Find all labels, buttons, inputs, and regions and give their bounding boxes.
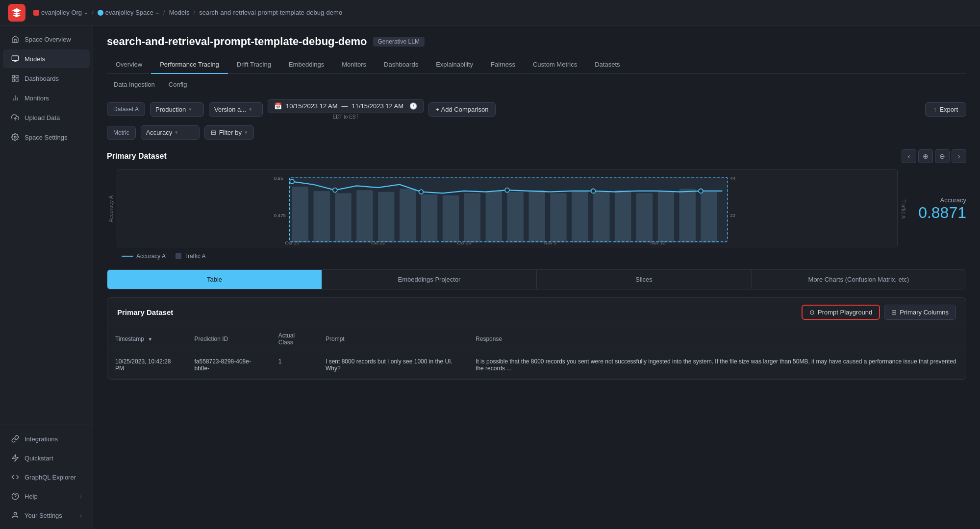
filter-chevron-icon: ▾ [245,129,248,136]
tab-dashboards[interactable]: Dashboards [375,56,427,74]
sidebar-item-label: Space Overview [25,36,71,43]
sidebar-item-help[interactable]: Help › [3,487,90,505]
tab-explainability[interactable]: Explainability [427,56,482,74]
table-tab-table[interactable]: Table [107,270,322,289]
tab-fairness[interactable]: Fairness [482,56,524,74]
sidebar-item-label: Monitors [25,95,49,102]
topbar: evanjolley Org ⌄ / evanjolley Space ⌄ / … [0,0,980,25]
main-tabs: Overview Performance Tracing Drift Traci… [107,56,966,74]
col-prompt[interactable]: Prompt [318,327,468,351]
sidebar-item-space-settings[interactable]: Space Settings [3,128,90,146]
space-breadcrumb[interactable]: evanjolley Space ⌄ [98,9,159,16]
svg-text:0.95: 0.95 [274,175,283,181]
dataset-a-label: Dataset A [107,102,145,116]
export-button[interactable]: ↑ Export [925,102,966,117]
help-icon [11,492,20,501]
metric-dropdown[interactable]: Accuracy ▾ [141,125,200,140]
production-dropdown[interactable]: Production ▾ [150,102,204,117]
date-range-picker[interactable]: 📅 10/15/2023 12 AM — 11/15/2023 12 AM 🕐 [268,99,424,113]
data-table-section: Primary Dataset ⊙ Prompt Playground ⊞ Pr… [107,297,966,380]
sidebar-item-upload-data[interactable]: Upload Data [3,108,90,127]
chart-next-button[interactable]: › [952,149,966,163]
date-start: 10/15/2023 12 AM [286,102,338,110]
sidebar: Space Overview Models Dashboards Monitor… [0,25,93,529]
tab-monitors[interactable]: Monitors [333,56,375,74]
tab-embeddings[interactable]: Embeddings [280,56,333,74]
table-row: 10/25/2023, 10:42:28 PM fa558723-8298-40… [107,351,966,379]
tab-performance-tracing[interactable]: Performance Tracing [151,56,228,74]
primary-columns-button[interactable]: ⊞ Primary Columns [884,305,956,320]
table-tab-embeddings-projector[interactable]: Embeddings Projector [322,270,537,289]
chart-prev-button[interactable]: ‹ [902,149,916,163]
sidebar-item-label: Your Settings [25,512,62,519]
breadcrumb: evanjolley Org ⌄ / evanjolley Space ⌄ / … [33,9,342,16]
page-title: search-and-retrieval-prompt-template-deb… [107,35,367,48]
space-name: evanjolley Space [105,9,153,16]
sub-tabs: Data Ingestion Config [107,74,966,91]
help-arrow-icon: › [80,493,82,499]
production-chevron-icon: ▾ [189,106,192,113]
app-logo[interactable] [8,4,25,22]
home-icon [11,35,20,44]
prompt-playground-button[interactable]: ⊙ Prompt Playground [802,305,880,320]
col-response[interactable]: Response [468,327,966,351]
tab-drift-tracing[interactable]: Drift Tracing [228,56,280,74]
sidebar-item-models[interactable]: Models [3,49,90,68]
table-tab-more-charts[interactable]: More Charts (Confusion Matrix, etc) [752,270,966,289]
filter-by-button[interactable]: ⊟ Filter by ▾ [204,125,254,140]
date-end: 11/15/2023 12 AM [352,102,404,110]
chart-controls: ‹ ⊕ ⊖ › [902,149,966,163]
metric-chevron-icon: ▾ [175,129,178,136]
col-actual-class[interactable]: Actual Class [271,327,318,351]
page-badge: Generative LLM [373,37,425,47]
filter-icon: ⊟ [211,129,216,136]
settings-icon [11,133,20,142]
tab-datasets[interactable]: Datasets [586,56,628,74]
sidebar-item-label: Integrations [25,435,58,443]
chart-wrapper: Accuracy A 0.95 0.475 44 22 [107,169,966,249]
sidebar-item-graphql[interactable]: GraphQL Explorer [3,468,90,486]
tab-overview[interactable]: Overview [107,56,151,74]
org-breadcrumb[interactable]: evanjolley Org ⌄ [33,9,88,16]
sidebar-item-your-settings[interactable]: Your Settings › [3,506,90,525]
add-comparison-button[interactable]: + Add Comparison [428,102,496,117]
sidebar-item-label: Dashboards [25,75,59,82]
sidebar-item-label: Models [25,55,45,63]
svg-point-40 [419,190,424,194]
date-zone-label: EDT to EST [268,114,424,120]
page-header: search-and-retrieval-prompt-template-deb… [107,35,966,48]
sidebar-item-dashboards[interactable]: Dashboards [3,69,90,88]
col-prediction-id[interactable]: Prediction ID [186,327,270,351]
sidebar-item-integrations[interactable]: Integrations [3,430,90,448]
svg-rect-3 [12,75,15,78]
tab-custom-metrics[interactable]: Custom Metrics [524,56,586,74]
svg-point-38 [290,179,294,184]
clock-icon: 🕐 [409,102,417,110]
graphql-icon [11,473,20,481]
sub-tab-config[interactable]: Config [162,78,194,91]
chart-zoom-out-button[interactable]: ⊖ [935,149,950,163]
sidebar-item-monitors[interactable]: Monitors [3,89,90,107]
space-chevron-icon: ⌄ [155,10,159,15]
chart-metric-display: Accuracy 0.8871 [917,196,966,222]
svg-rect-4 [16,75,18,78]
svg-point-41 [505,188,509,192]
col-timestamp[interactable]: Timestamp ▼ [107,327,186,351]
cell-prompt: I sent 8000 records but I only see 1000 … [318,351,468,379]
sidebar-item-label: Help [25,493,38,500]
table-tabs: Table Embeddings Projector Slices More C… [107,269,966,289]
cell-response: It is possible that the 8000 records you… [468,351,966,379]
chart-zoom-in-button[interactable]: ⊕ [918,149,933,163]
version-dropdown[interactable]: Version a... ▾ [209,102,263,117]
table-tab-slices[interactable]: Slices [537,270,752,289]
models-breadcrumb[interactable]: Models [169,9,190,16]
sidebar-item-label: Space Settings [25,134,67,141]
sidebar-item-space-overview[interactable]: Space Overview [3,30,90,48]
sidebar-item-quickstart[interactable]: Quickstart [3,449,90,467]
cell-actual-class: 1 [271,351,318,379]
dashboards-icon [11,74,20,83]
sidebar-item-label: Upload Data [25,114,60,121]
svg-point-8 [14,136,16,138]
svg-rect-0 [12,56,18,60]
sub-tab-data-ingestion[interactable]: Data Ingestion [107,78,162,91]
